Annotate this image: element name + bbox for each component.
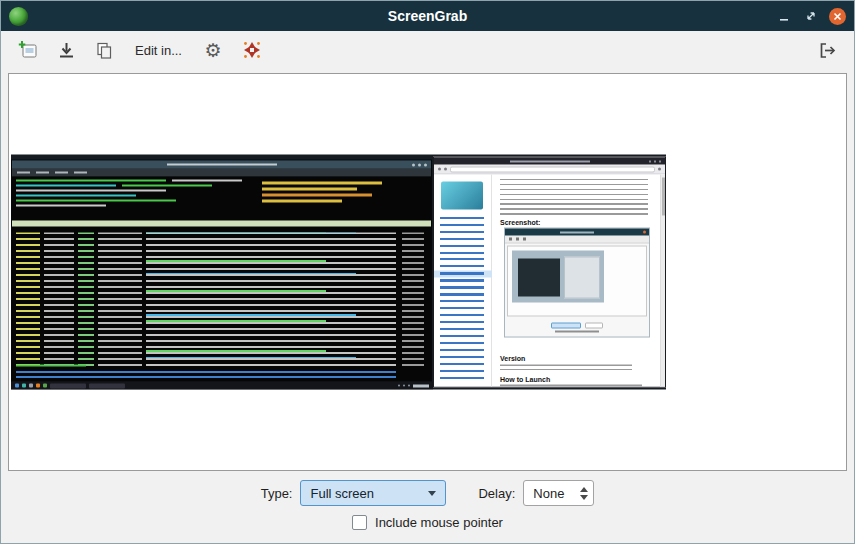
term-col-pri (78, 233, 94, 369)
firefox-win-dot (649, 160, 651, 162)
page-version-lines (500, 365, 632, 372)
preview-panel: Screenshot: (8, 73, 847, 471)
page-heading-screenshot: Screenshot: (500, 219, 540, 226)
preview-terminal-titlebar (12, 161, 431, 169)
close-icon (833, 12, 842, 21)
terminal-min-dot (412, 163, 415, 166)
include-pointer-label: Include mouse pointer (375, 515, 503, 530)
mini-title-text-bar (560, 231, 594, 233)
firefox-win-dot (654, 160, 656, 162)
mini-bottom-controls (505, 319, 649, 337)
firefox-page-main: Screenshot: (492, 175, 660, 387)
term-summary-line (16, 190, 166, 192)
delay-spinbox[interactable]: None (523, 480, 594, 506)
taskbar-app-dot (15, 384, 19, 388)
term-yellow-line (262, 200, 342, 203)
term-summary-line (16, 200, 176, 202)
quit-button[interactable] (810, 35, 844, 65)
taskbar-app-dot (22, 384, 26, 388)
exit-icon (817, 40, 838, 61)
preview-firefox-titlebar (434, 158, 665, 165)
term-header-row (12, 221, 431, 227)
save-icon (56, 40, 77, 61)
window-title: ScreenGrab (1, 8, 854, 24)
chevron-down-icon (428, 491, 436, 496)
spin-arrows (580, 487, 588, 500)
spin-down-icon[interactable] (580, 495, 588, 500)
mini-thumb-light-window (564, 257, 600, 299)
page-howto-line (500, 385, 642, 387)
manual-logo-thumbnail (441, 182, 483, 210)
term-cyan-rows (146, 233, 356, 369)
edit-in-button[interactable]: Edit in... (125, 35, 192, 65)
titlebar: ScreenGrab (1, 1, 854, 31)
window-controls (775, 7, 846, 25)
term-summary-line (172, 180, 242, 182)
pointer-row: Include mouse pointer (352, 515, 503, 530)
sidebar-link-lines (440, 217, 484, 381)
new-screenshot-icon (18, 40, 39, 61)
copy-button[interactable] (87, 35, 121, 65)
preview-terminal-body (12, 177, 431, 382)
mini-titlebar (505, 229, 649, 236)
taskbar-window-button (89, 383, 125, 388)
term-col-pid (16, 233, 40, 369)
restore-button[interactable] (802, 7, 820, 25)
taskbar-window-button (50, 383, 86, 388)
toolbar: Edit in... ⚙ (1, 31, 854, 69)
save-button[interactable] (49, 35, 83, 65)
mini-thumb-dark-window (518, 259, 560, 297)
terminal-close-dot (424, 163, 427, 166)
delay-value: None (533, 486, 564, 501)
screengrab-logo-button[interactable] (234, 35, 270, 65)
firefox-page-sidebar (434, 175, 492, 387)
firefox-back-icon (438, 168, 441, 171)
spin-up-icon[interactable] (580, 487, 588, 492)
preview-terminal-menubar (12, 169, 431, 177)
term-summary-line (16, 185, 116, 187)
close-button[interactable] (829, 8, 846, 25)
minimize-button[interactable] (775, 7, 793, 25)
page-heading-how-to-launch: How to Launch (500, 376, 550, 383)
term-summary-line (16, 195, 136, 197)
capture-type-value: Full screen (310, 486, 374, 501)
firefox-scrollbar-thumb (662, 178, 665, 216)
mini-close-dot (643, 231, 646, 234)
mini-checkbox-row (555, 331, 599, 333)
include-pointer-checkbox[interactable] (352, 515, 367, 530)
new-screenshot-button[interactable] (11, 35, 45, 65)
term-prompt-line (16, 365, 86, 367)
term-summary-line (122, 185, 212, 187)
page-heading-version: Version (500, 355, 525, 362)
term-col-user (44, 233, 74, 369)
delay-label: Delay: (478, 486, 515, 501)
page-paragraph-lines (500, 179, 648, 217)
preview-terminal-window (11, 160, 432, 383)
screenshot-preview-image[interactable]: Screenshot: (11, 155, 666, 390)
firefox-scrollbar (660, 175, 665, 387)
firefox-url-bar (450, 166, 655, 172)
term-yellow-line (262, 188, 357, 191)
term-col-mem (98, 233, 142, 369)
mini-preview-area (507, 246, 647, 317)
term-yellow-line (262, 182, 382, 185)
preview-firefox-content: Screenshot: (434, 175, 665, 387)
taskbar-app-dot (36, 384, 40, 388)
capture-options: Type: Full screen Delay: None Include mo… (1, 471, 854, 543)
taskbar-app-dot (29, 384, 33, 388)
copy-icon (94, 40, 115, 61)
type-delay-row: Type: Full screen Delay: None (261, 480, 595, 506)
terminal-max-dot (418, 163, 421, 166)
firefox-title-text-bar (510, 160, 590, 162)
screengrab-window: ScreenGrab (0, 0, 855, 544)
capture-type-combobox[interactable]: Full screen (300, 480, 446, 506)
preview-firefox-window: Screenshot: (433, 157, 666, 388)
term-yellow-line (262, 194, 372, 197)
firefox-menu-icon (658, 168, 661, 171)
term-summary-line (16, 205, 106, 207)
firefox-forward-icon (444, 168, 447, 171)
restore-icon (804, 9, 818, 23)
term-summary-line (16, 180, 166, 182)
type-label: Type: (261, 486, 293, 501)
settings-button[interactable]: ⚙ (196, 35, 230, 65)
